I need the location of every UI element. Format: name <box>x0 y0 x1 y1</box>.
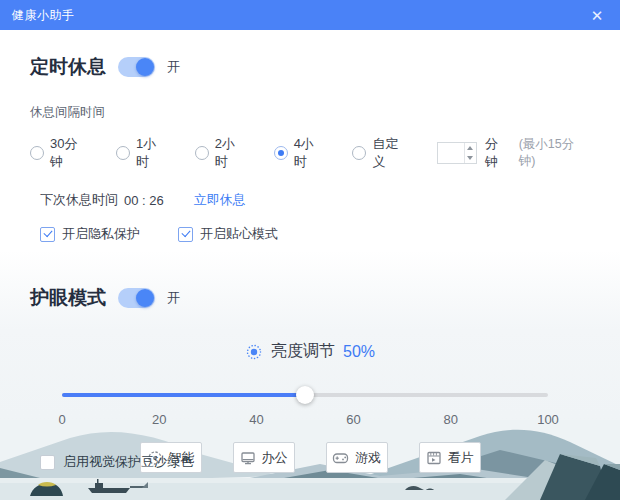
sun-icon <box>245 343 263 361</box>
check-label: 开启隐私保护 <box>62 225 140 243</box>
monitor-icon <box>240 450 256 466</box>
spinner-buttons <box>464 143 476 163</box>
scale-tick: 100 <box>537 412 559 427</box>
brightness-row: 亮度调节 50% <box>30 341 590 362</box>
next-rest-label: 下次休息时间 <box>40 191 118 209</box>
toggle-knob <box>136 289 154 307</box>
video-icon <box>426 450 442 466</box>
interval-label: 休息间隔时间 <box>30 104 590 121</box>
checkbox-box <box>40 455 55 470</box>
visual-protect-label: 启用视觉保护豆沙绿色 <box>63 453 193 471</box>
scale-tick: 60 <box>346 412 360 427</box>
next-rest-row: 下次休息时间 00 : 26 立即休息 <box>40 191 590 209</box>
rest-now-link[interactable]: 立即休息 <box>194 191 246 209</box>
brightness-value: 50% <box>343 343 375 361</box>
considerate-mode-checkbox[interactable]: 开启贴心模式 <box>178 225 278 243</box>
timed-rest-title: 定时休息 <box>30 54 106 80</box>
window-title: 健康小助手 <box>12 7 75 24</box>
eye-mode-toggle-state: 开 <box>167 289 180 307</box>
radio-1hour[interactable]: 1小时 <box>116 135 169 171</box>
mode-label: 看片 <box>448 449 474 467</box>
rest-options-row: 开启隐私保护 开启贴心模式 <box>40 225 590 243</box>
brightness-slider[interactable] <box>62 386 548 404</box>
main-content: 定时休息 开 休息间隔时间 30分钟 1小时 2小时 4小时 自定义 <box>0 54 620 473</box>
titlebar: 健康小助手 ✕ <box>0 0 620 30</box>
brightness-slider-thumb[interactable] <box>296 386 314 404</box>
check-label: 开启贴心模式 <box>200 225 278 243</box>
custom-minutes-wrap: 分钟 (最小15分钟) <box>437 135 590 171</box>
radio-4hour[interactable]: 4小时 <box>274 135 327 171</box>
brightness-slider-fill <box>62 393 305 397</box>
mode-game-button[interactable]: 游戏 <box>326 442 388 473</box>
radio-30min[interactable]: 30分钟 <box>30 135 90 171</box>
timed-rest-toggle-state: 开 <box>167 58 180 76</box>
radio-circle <box>30 146 44 160</box>
radio-circle <box>274 146 288 160</box>
radio-label: 2小时 <box>215 135 248 171</box>
timed-rest-toggle[interactable] <box>118 57 155 77</box>
check-icon <box>40 227 55 242</box>
interval-radio-group: 30分钟 1小时 2小时 4小时 自定义 分钟 <box>30 135 590 171</box>
mode-label: 办公 <box>262 449 288 467</box>
radio-label: 4小时 <box>294 135 327 171</box>
radio-label: 1小时 <box>136 135 169 171</box>
unit-label: 分钟 <box>485 135 511 171</box>
radio-circle <box>195 146 209 160</box>
eye-mode-toggle[interactable] <box>118 288 155 308</box>
visual-protect-checkbox[interactable]: 启用视觉保护豆沙绿色 <box>40 453 193 471</box>
radio-custom[interactable]: 自定义 <box>352 135 411 171</box>
privacy-protect-checkbox[interactable]: 开启隐私保护 <box>40 225 140 243</box>
scale-tick: 40 <box>249 412 263 427</box>
custom-minutes-input[interactable] <box>438 143 464 163</box>
radio-label: 自定义 <box>372 135 411 171</box>
radio-circle <box>116 146 130 160</box>
check-icon <box>178 227 193 242</box>
eye-mode-title: 护眼模式 <box>30 285 106 311</box>
scale-tick: 0 <box>58 412 65 427</box>
eye-mode-header: 护眼模式 开 <box>30 285 590 311</box>
radio-2hour[interactable]: 2小时 <box>195 135 248 171</box>
radio-circle <box>352 146 366 160</box>
radio-label: 30分钟 <box>50 135 90 171</box>
mode-office-button[interactable]: 办公 <box>233 442 295 473</box>
brightness-label: 亮度调节 <box>271 341 335 362</box>
close-icon[interactable]: ✕ <box>586 8 608 23</box>
brightness-scale: 0 20 40 60 80 100 <box>62 412 548 428</box>
mode-label: 游戏 <box>355 449 381 467</box>
min-hint: (最小15分钟) <box>519 136 590 170</box>
custom-minutes-spinbox <box>437 142 477 164</box>
timed-rest-header: 定时休息 开 <box>30 54 590 80</box>
next-rest-time: 00 : 26 <box>124 193 164 208</box>
toggle-knob <box>136 58 154 76</box>
mode-video-button[interactable]: 看片 <box>419 442 481 473</box>
spin-up-icon[interactable] <box>465 143 476 153</box>
spin-down-icon[interactable] <box>465 153 476 163</box>
scale-tick: 80 <box>444 412 458 427</box>
gamepad-icon <box>332 450 349 466</box>
scale-tick: 20 <box>152 412 166 427</box>
